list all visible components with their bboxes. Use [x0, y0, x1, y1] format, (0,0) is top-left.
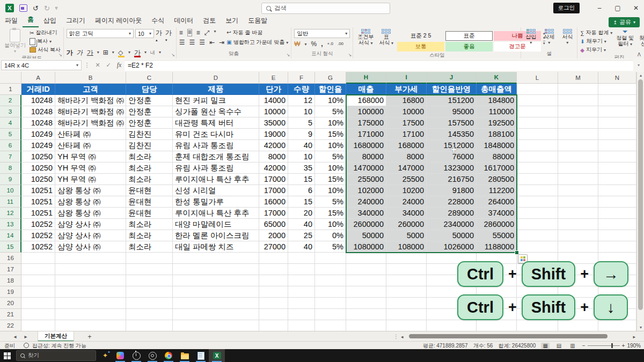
cell-L11[interactable]: [517, 196, 558, 208]
percent-style-button[interactable]: %: [311, 40, 317, 48]
cell-M15[interactable]: [558, 241, 598, 253]
expand-formula-bar-icon[interactable]: ▾: [633, 63, 644, 68]
cell-G22[interactable]: [315, 320, 346, 331]
zoom-out-button[interactable]: −: [582, 343, 586, 349]
dialog-launcher-icon[interactable]: ↘: [58, 53, 62, 57]
cell-E1[interactable]: 단가: [259, 84, 288, 95]
undo-icon[interactable]: ↺: [33, 4, 39, 12]
style-normal[interactable]: 표준: [445, 31, 493, 41]
cell-C16[interactable]: [126, 253, 173, 264]
cell-A3[interactable]: 10248: [21, 106, 55, 117]
cell-E7[interactable]: 8000: [259, 151, 288, 162]
cell-A17[interactable]: [21, 264, 55, 275]
cell-D8[interactable]: 유림 사과 통조림: [173, 162, 259, 174]
cell-G20[interactable]: [315, 298, 346, 309]
cell-K9[interactable]: 280500: [477, 174, 517, 185]
qat-customize-icon[interactable]: ▿: [55, 5, 58, 11]
cell-K7[interactable]: 88000: [477, 151, 517, 162]
cell-K4[interactable]: 192500: [477, 117, 517, 129]
cell-F12[interactable]: 20: [288, 208, 315, 219]
cell-A20[interactable]: [21, 298, 55, 309]
cell-L13[interactable]: [517, 219, 558, 230]
row-header-4[interactable]: 4: [0, 117, 21, 129]
cell-C20[interactable]: [126, 298, 173, 309]
tab-formulas[interactable]: 수식: [147, 15, 169, 27]
cell-F6[interactable]: 40: [288, 140, 315, 151]
cell-J2[interactable]: 151200: [427, 95, 477, 106]
zoom-in-button[interactable]: +: [622, 343, 625, 349]
cell-G19[interactable]: [315, 286, 346, 298]
cell-A5[interactable]: 10249: [21, 129, 55, 140]
decrease-indent-button[interactable]: ⇤: [209, 39, 215, 46]
cell-H22[interactable]: [346, 320, 386, 331]
cell-D10[interactable]: 신성 시리얼: [173, 185, 259, 196]
cell-B10[interactable]: 삼왕 통상 ㈜: [55, 185, 126, 196]
column-header-I[interactable]: I: [386, 72, 427, 84]
cell-B4[interactable]: 해바라기 백화점 ㈜: [55, 117, 126, 129]
cell-F18[interactable]: [288, 275, 315, 286]
borders-button[interactable]: ⊞: [103, 49, 108, 56]
cell-B7[interactable]: YH 무역 ㈜: [55, 151, 126, 162]
cell-E17[interactable]: [259, 264, 288, 275]
cell-A12[interactable]: 10251: [21, 208, 55, 219]
add-sheet-button[interactable]: +: [84, 333, 96, 341]
cell-G16[interactable]: [315, 253, 346, 264]
cell-J22[interactable]: [427, 320, 477, 331]
cell-G21[interactable]: [315, 309, 346, 320]
cell-H2[interactable]: 168000: [346, 95, 386, 106]
taskbar-app-copilot[interactable]: [112, 349, 128, 362]
column-header-E[interactable]: E: [259, 72, 288, 84]
copilot-sparkle-icon[interactable]: ✦✦: [103, 352, 108, 359]
cell-N13[interactable]: [598, 219, 636, 230]
cell-H14[interactable]: 50000: [346, 230, 386, 241]
format-cells-button[interactable]: 서식▾: [560, 29, 574, 46]
cell-G12[interactable]: 15%: [315, 208, 346, 219]
tab-page-layout[interactable]: 페이지 레이아웃: [90, 15, 147, 27]
row-header-22[interactable]: 22: [0, 320, 21, 331]
vertical-scrollbar[interactable]: ▴ ▾: [636, 72, 644, 331]
cell-D13[interactable]: 대양 마말레이드: [173, 219, 259, 230]
column-header-N[interactable]: N: [598, 72, 636, 84]
cell-F8[interactable]: 35: [288, 162, 315, 174]
cell-L7[interactable]: [517, 151, 558, 162]
cell-J12[interactable]: 289000: [427, 208, 477, 219]
cell-E8[interactable]: 42000: [259, 162, 288, 174]
cell-D18[interactable]: [173, 275, 259, 286]
accessibility-status[interactable]: 접근성: 계속 진행 가능: [19, 342, 91, 350]
cell-C19[interactable]: [126, 286, 173, 298]
confirm-entry-icon[interactable]: ✓: [103, 62, 114, 69]
row-header-2[interactable]: 2: [0, 95, 21, 106]
cell-B18[interactable]: [55, 275, 126, 286]
cell-C14[interactable]: 최소라: [126, 230, 173, 241]
cell-M4[interactable]: [558, 117, 598, 129]
cell-E10[interactable]: 17000: [259, 185, 288, 196]
cell-C17[interactable]: [126, 264, 173, 275]
cell-C5[interactable]: 김찬진: [126, 129, 173, 140]
cell-D2[interactable]: 현진 커피 밀크: [173, 95, 259, 106]
italic-button[interactable]: 가: [76, 49, 84, 56]
cell-F21[interactable]: [288, 309, 315, 320]
sheet-next-icon[interactable]: ▸: [20, 334, 31, 339]
row-header-17[interactable]: 17: [0, 264, 21, 275]
row-header-10[interactable]: 10: [0, 185, 21, 196]
cell-H5[interactable]: 171000: [346, 129, 386, 140]
cell-A2[interactable]: 10248: [21, 95, 55, 106]
cell-M14[interactable]: [558, 230, 598, 241]
cell-D6[interactable]: 유림 사과 통조림: [173, 140, 259, 151]
cell-J9[interactable]: 216750: [427, 174, 477, 185]
row-header-3[interactable]: 3: [0, 106, 21, 117]
cell-F5[interactable]: 9: [288, 129, 315, 140]
sheet-prev-icon[interactable]: ◂: [10, 334, 20, 339]
phonetic-guide-button[interactable]: 내: [150, 49, 155, 56]
column-header-J[interactable]: J: [427, 72, 477, 84]
cell-I5[interactable]: 17100: [386, 129, 427, 140]
cell-A13[interactable]: 10252: [21, 219, 55, 230]
cell-H10[interactable]: 102000: [346, 185, 386, 196]
row-header-11[interactable]: 11: [0, 196, 21, 208]
cell-L14[interactable]: [517, 230, 558, 241]
taskbar-app-excel[interactable]: X: [209, 349, 225, 362]
tab-insert[interactable]: 삽입: [39, 15, 61, 27]
insert-function-icon[interactable]: fx: [114, 61, 125, 69]
cell-E15[interactable]: 27000: [259, 241, 288, 253]
cell-N10[interactable]: [598, 185, 636, 196]
